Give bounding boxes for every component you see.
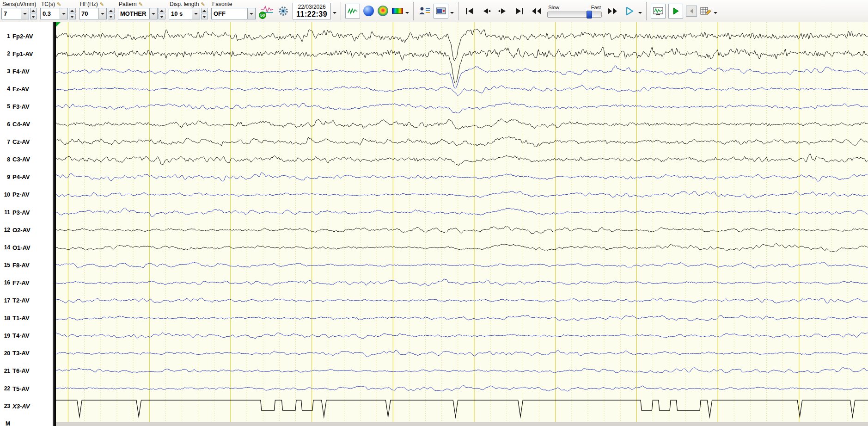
channel-row-f3-av[interactable]: 5F3-AV: [0, 102, 53, 111]
channel-row-c3-av[interactable]: 8C3-AV: [0, 155, 53, 164]
rewind-button[interactable]: [529, 6, 544, 17]
pattern-combo[interactable]: MOTHER: [118, 8, 158, 19]
channel-row-o2-av[interactable]: 12O2-AV: [0, 225, 53, 235]
channel-number: 22: [0, 385, 10, 392]
tc-spin-up-icon[interactable]: [69, 8, 76, 13]
tc-label: TC(s): [41, 1, 55, 7]
tc-spin-down-icon[interactable]: [69, 14, 76, 19]
favorite-combo[interactable]: OFF: [211, 8, 256, 19]
channel-row-p3-av[interactable]: 11P3-AV: [0, 208, 53, 217]
hf-spin-down-icon[interactable]: [108, 14, 115, 19]
speed-slider-track[interactable]: [547, 12, 602, 18]
disp-length-spin-up-icon[interactable]: [201, 8, 208, 13]
pattern-control: Pattern✎ MOTHER: [118, 0, 165, 19]
favorite-dropdown-icon[interactable]: [247, 8, 255, 19]
go-first-button[interactable]: [462, 6, 477, 17]
sens-combo[interactable]: 7: [1, 8, 29, 19]
go-last-button[interactable]: [512, 6, 527, 17]
speed-slider[interactable]: Slow Fast: [547, 5, 602, 18]
channel-row-t2-av[interactable]: 17T2-AV: [0, 296, 53, 305]
disp-length-combo[interactable]: 10 s: [169, 8, 200, 19]
disp-length-edit-pencil-icon[interactable]: ✎: [201, 2, 205, 7]
eeg-viewer-window: Sens(uV/mm) 7 TC(s)✎ 0.3: [0, 0, 868, 426]
channel-row-o1-av[interactable]: 14O1-AV: [0, 243, 53, 252]
channel-row-f4-av[interactable]: 3F4-AV: [0, 67, 53, 76]
eeg-traces-canvas[interactable]: [56, 22, 868, 426]
hf-combo[interactable]: 70: [79, 8, 107, 19]
channel-number: 2: [0, 50, 10, 57]
video-display-button[interactable]: [434, 4, 448, 19]
notch-filter-icon[interactable]: 50: [261, 5, 274, 17]
color-scale-icon[interactable]: [392, 8, 403, 14]
channel-row-t1-av[interactable]: 18T1-AV: [0, 314, 53, 323]
channel-number: 10: [0, 191, 10, 198]
sens-label: Sens(uV/mm): [2, 1, 36, 7]
video-dropdown-icon[interactable]: [450, 12, 454, 16]
channel-number: 9: [0, 174, 10, 180]
disp-length-dropdown-icon[interactable]: [192, 8, 200, 19]
collapse-left-button[interactable]: [686, 6, 697, 17]
sens-dropdown-icon[interactable]: [21, 8, 29, 19]
channel-row-cz-av[interactable]: 7Cz-AV: [0, 137, 53, 147]
montage-edit-icon[interactable]: [700, 6, 711, 16]
channel-number: 14: [0, 244, 10, 251]
tc-combo[interactable]: 0.3: [40, 8, 68, 19]
disp-length-spin-down-icon[interactable]: [201, 14, 208, 19]
channel-row-fp2-av[interactable]: 1Fp2-AV: [0, 31, 53, 41]
horizontal-scrollbar[interactable]: [56, 422, 868, 426]
sens-control: Sens(uV/mm) 7: [1, 0, 37, 19]
channel-row-t4-av[interactable]: 19T4-AV: [0, 331, 53, 340]
channel-row-t3-av[interactable]: 20T3-AV: [0, 349, 53, 358]
channel-row-f8-av[interactable]: 15F8-AV: [0, 260, 53, 270]
datetime-dropdown-icon[interactable]: [333, 12, 336, 16]
channel-label: T3-AV: [12, 350, 30, 357]
speed-slider-thumb[interactable]: [587, 11, 592, 19]
channel-label: T5-AV: [12, 385, 30, 392]
disp-length-label: Disp. length: [170, 1, 199, 7]
channel-label: Fp2-AV: [12, 33, 33, 40]
pattern-edit-pencil-icon[interactable]: ✎: [139, 2, 143, 7]
channel-number: 1: [0, 33, 10, 39]
step-back-button[interactable]: [479, 6, 494, 17]
tc-edit-pencil-icon[interactable]: ✎: [57, 2, 61, 7]
sphere-map-icon[interactable]: [363, 6, 374, 16]
monitor-trace-button[interactable]: [651, 4, 666, 19]
sens-spin-down-icon[interactable]: [30, 14, 37, 19]
channel-row-pz-av[interactable]: 10Pz-AV: [0, 190, 53, 199]
play-dropdown-icon[interactable]: [638, 12, 642, 16]
channel-row-t6-av[interactable]: 21T6-AV: [0, 366, 53, 376]
date-text: 22/03/2026: [298, 4, 326, 10]
topography-map-icon[interactable]: [378, 6, 388, 16]
channel-row-p4-av[interactable]: 9P4-AV: [0, 173, 53, 182]
channel-row-x3-av[interactable]: 23X3-AV: [0, 401, 53, 411]
panel-divider[interactable]: [53, 22, 56, 426]
tc-dropdown-icon[interactable]: [60, 8, 67, 19]
fast-forward-button[interactable]: [605, 6, 620, 17]
settings-gear-icon[interactable]: [277, 5, 289, 17]
start-recording-button[interactable]: [668, 4, 683, 19]
sens-spin-up-icon[interactable]: [30, 8, 37, 13]
play-button[interactable]: [622, 5, 637, 18]
montage-dropdown-icon[interactable]: [714, 12, 717, 16]
channel-row-fp1-av[interactable]: 2Fp1-AV: [0, 49, 53, 58]
channel-number: M: [0, 420, 10, 426]
channel-label: Pz-AV: [12, 191, 30, 198]
pattern-dropdown-icon[interactable]: [149, 8, 157, 19]
hf-edit-pencil-icon[interactable]: ✎: [100, 2, 104, 7]
channel-row-fz-av[interactable]: 4Fz-AV: [0, 84, 53, 93]
channel-row-m[interactable]: M: [0, 419, 53, 426]
map-dropdown-icon[interactable]: [405, 12, 409, 16]
datetime-display[interactable]: 22/03/2026 11:22:39: [293, 3, 331, 19]
pattern-spin-down-icon[interactable]: [159, 14, 165, 19]
channel-row-f7-av[interactable]: 16F7-AV: [0, 278, 53, 287]
channel-number: 6: [0, 121, 10, 128]
step-forward-button[interactable]: [495, 6, 510, 17]
hf-spin-up-icon[interactable]: [108, 8, 115, 13]
channel-row-t5-av[interactable]: 22T5-AV: [0, 384, 53, 393]
pattern-spin-up-icon[interactable]: [159, 8, 165, 13]
eeg-trace-button[interactable]: [345, 4, 360, 19]
channel-row-c4-av[interactable]: 6C4-AV: [0, 120, 53, 129]
separator: [413, 2, 414, 20]
hf-dropdown-icon[interactable]: [98, 8, 106, 19]
patient-info-icon[interactable]: [418, 6, 430, 16]
